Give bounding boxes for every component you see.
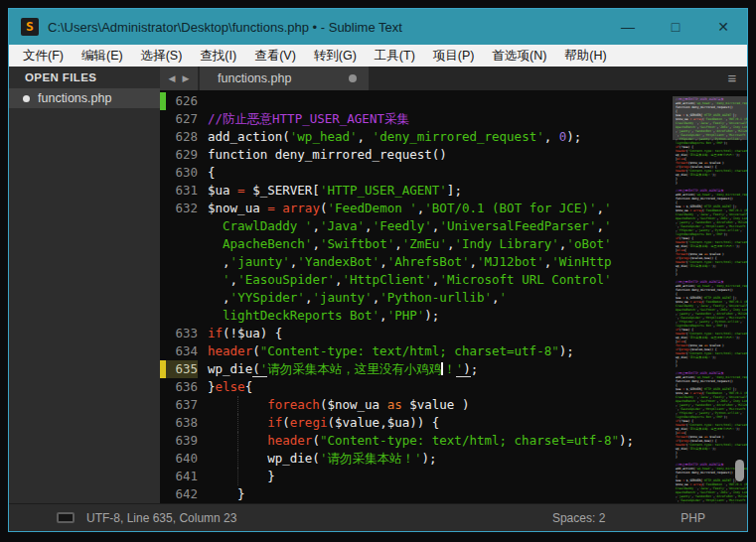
menu-item-edit[interactable]: 编辑(E)	[73, 45, 132, 67]
code-text: lightDeckReports Bot','PHP');	[198, 307, 673, 325]
code-line-642[interactable]: 642 }	[160, 485, 673, 503]
scrollbar-thumb[interactable]	[735, 460, 744, 481]
code-line-631[interactable]: 631$ua = $_SERVER['HTTP_USER_AGENT'];	[160, 182, 673, 200]
code-line-wrap[interactable]: ,'YYSpider','jaunty','Python-urllib','	[160, 289, 673, 307]
code-area[interactable]: 626627//防止恶意HTTP_USER_AGENT采集628add_acti…	[160, 90, 673, 503]
menu-item-project[interactable]: 项目(P)	[424, 45, 484, 67]
code-line-639[interactable]: 639 header("Content-type: text/html; cha…	[160, 432, 673, 450]
code-text: header("Content-type: text/html; charset…	[198, 342, 673, 360]
code-line-637[interactable]: 637 foreach($now_ua as $value )	[160, 396, 673, 414]
code-text: ApacheBench','Swiftbot','ZmEu','Indy Lib…	[198, 235, 673, 253]
maximize-button[interactable]: □	[652, 9, 699, 45]
window-title: C:\Users\Administrator\Desktop\functions…	[48, 20, 604, 35]
code-text: foreach($now_ua as $value )	[198, 396, 673, 414]
code-text: $now_ua = array('FeedDemon ','BOT/0.1 (B…	[198, 200, 673, 217]
minimap-viewport[interactable]	[673, 96, 747, 140]
menu-item-goto[interactable]: 转到(G)	[305, 45, 366, 67]
line-number: 638	[166, 414, 198, 432]
menubar: 文件(F)编辑(E)选择(S)查找(I)查看(V)转到(G)工具(T)项目(P)…	[9, 45, 747, 67]
code-text: function deny_mirrored_request()	[198, 146, 673, 164]
code-text: //防止恶意HTTP_USER_AGENT采集	[198, 110, 673, 128]
code-text: if(!$ua) {	[198, 325, 673, 342]
menu-item-selection[interactable]: 选择(S)	[132, 45, 192, 67]
menu-item-help[interactable]: 帮助(H)	[555, 45, 615, 67]
menu-item-file[interactable]: 文件(F)	[14, 45, 73, 67]
menu-item-preferences[interactable]: 首选项(N)	[484, 45, 556, 67]
line-number: 640	[166, 450, 198, 468]
sublime-logo-icon: S	[21, 18, 39, 36]
code-line-wrap[interactable]: ApacheBench','Swiftbot','ZmEu','Indy Lib…	[160, 235, 673, 253]
sidebar: OPEN FILES functions.php	[9, 67, 160, 503]
line-number	[166, 289, 198, 307]
status-position: UTF-8, Line 635, Column 23	[86, 511, 236, 525]
code-line-627[interactable]: 627//防止恶意HTTP_USER_AGENT采集	[160, 110, 673, 128]
line-number: 631	[166, 182, 198, 200]
code-line-636[interactable]: 636}else{	[160, 378, 673, 396]
code-text: header("Content-type: text/html; charset…	[198, 432, 673, 450]
minimap[interactable]: //防止恶意HTTP_USER_AGENT采集add_action('wp_he…	[673, 90, 747, 503]
code-text: }else{	[198, 378, 673, 396]
status-bar: UTF-8, Line 635, Column 23 Spaces: 2 PHP	[9, 503, 747, 531]
code-text: }	[198, 468, 673, 485]
sidebar-item-functions-php[interactable]: functions.php	[9, 88, 160, 108]
menu-item-view[interactable]: 查看(V)	[245, 45, 305, 67]
line-number	[166, 307, 198, 325]
code-line-wrap[interactable]: lightDeckReports Bot','PHP');	[160, 307, 673, 325]
code-line-638[interactable]: 638 if(eregi($value,$ua)) {	[160, 414, 673, 432]
editor: 626627//防止恶意HTTP_USER_AGENT采集628add_acti…	[160, 90, 747, 503]
status-indentation[interactable]: Spaces: 2	[552, 511, 605, 525]
line-number: 632	[166, 200, 198, 217]
code-line-wrap[interactable]: CrawlDaddy ','Java','Feedly','UniversalF…	[160, 217, 673, 235]
tab-forward-icon[interactable]: ▶	[183, 73, 190, 83]
minimize-button[interactable]: —	[604, 9, 652, 45]
code-line-630[interactable]: 630{	[160, 164, 673, 182]
code-text: add_action('wp_head', 'deny_mirrored_req…	[198, 128, 673, 146]
code-text: if(eregi($value,$ua)) {	[198, 414, 673, 432]
line-number: 630	[166, 164, 198, 182]
code-text: }	[198, 485, 673, 503]
status-record-icon[interactable]	[57, 512, 75, 523]
code-text: CrawlDaddy ','Java','Feedly','UniversalF…	[198, 217, 673, 235]
code-text: wp_die('请勿采集本站！');	[198, 450, 673, 468]
line-number: 635	[166, 360, 198, 378]
code-text: ','EasouSpider','HttpClient','Microsoft …	[198, 271, 673, 289]
indent-guide	[237, 432, 238, 450]
code-line-wrap[interactable]: ','EasouSpider','HttpClient','Microsoft …	[160, 271, 673, 289]
window-titlebar[interactable]: S C:\Users\Administrator\Desktop\functio…	[9, 9, 747, 45]
code-text	[198, 92, 673, 110]
line-number	[166, 235, 198, 253]
code-text: ,'YYSpider','jaunty','Python-urllib','	[198, 289, 673, 307]
indent-guide	[237, 396, 238, 414]
open-file-bullet-icon	[23, 95, 30, 102]
tab-back-icon[interactable]: ◀	[169, 73, 176, 83]
code-line-640[interactable]: 640 wp_die('请勿采集本站！');	[160, 450, 673, 468]
status-syntax[interactable]: PHP	[680, 511, 705, 525]
code-line-633[interactable]: 633if(!$ua) {	[160, 325, 673, 342]
line-number: 629	[166, 146, 198, 164]
code-text: $ua = $_SERVER['HTTP_USER_AGENT'];	[198, 182, 673, 200]
tab-functions-php[interactable]: functions.php	[200, 67, 369, 90]
indent-guide	[237, 468, 238, 485]
menu-item-find[interactable]: 查找(I)	[191, 45, 245, 67]
code-line-634[interactable]: 634header("Content-type: text/html; char…	[160, 342, 673, 360]
tab-label: functions.php	[218, 71, 349, 85]
minimap-content: //防止恶意HTTP_USER_AGENT采集add_action('wp_he…	[673, 90, 747, 503]
code-line-635[interactable]: 635wp_die('请勿采集本站，这里没有小鸡鸡！');	[160, 360, 673, 378]
code-line-wrap[interactable]: ,'jaunty','YandexBot','AhrefsBot','MJ12b…	[160, 253, 673, 271]
line-number: 628	[166, 128, 198, 146]
code-line-641[interactable]: 641 }	[160, 468, 673, 485]
code-line-629[interactable]: 629function deny_mirrored_request()	[160, 146, 673, 164]
menu-item-tools[interactable]: 工具(T)	[366, 45, 424, 67]
line-number: 636	[166, 378, 198, 396]
line-number: 634	[166, 342, 198, 360]
line-number: 637	[166, 396, 198, 414]
line-number	[166, 217, 198, 235]
code-line-632[interactable]: 632$now_ua = array('FeedDemon ','BOT/0.1…	[160, 200, 673, 217]
code-line-628[interactable]: 628add_action('wp_head', 'deny_mirrored_…	[160, 128, 673, 146]
line-number	[166, 253, 198, 271]
line-number: 627	[166, 110, 198, 128]
tab-overflow-menu-icon[interactable]: ≡	[717, 67, 747, 90]
code-line-626[interactable]: 626	[160, 92, 673, 110]
close-button[interactable]: ✕	[699, 9, 747, 45]
tab-nav-arrows: ◀ ▶	[160, 67, 198, 90]
